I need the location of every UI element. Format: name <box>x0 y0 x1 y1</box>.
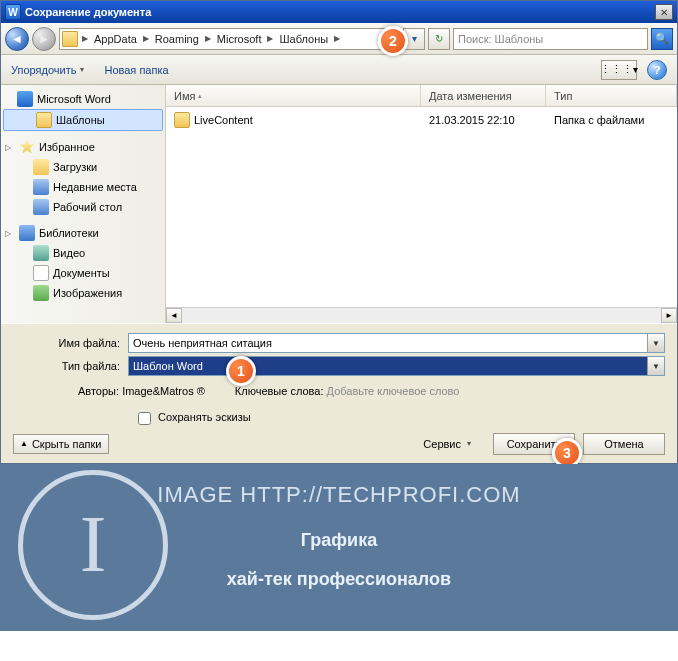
window-title: Сохранение документа <box>25 6 655 18</box>
folder-icon <box>62 31 78 47</box>
organize-button[interactable]: Упорядочить <box>11 64 84 76</box>
filename-value: Очень неприятная ситация <box>133 337 272 349</box>
search-input[interactable]: Поиск: Шаблоны <box>453 28 648 50</box>
sidebar-item-videos[interactable]: Видео <box>1 243 165 263</box>
col-type[interactable]: Тип <box>546 85 677 106</box>
help-button[interactable]: ? <box>647 60 667 80</box>
horizontal-scrollbar[interactable]: ◄ ► <box>166 307 677 323</box>
sidebar-item-label: Изображения <box>53 287 122 299</box>
sidebar-item-label: Видео <box>53 247 85 259</box>
dropdown-icon[interactable]: ▼ <box>647 357 664 375</box>
search-placeholder: Поиск: Шаблоны <box>458 33 543 45</box>
file-date: 21.03.2015 22:10 <box>429 114 515 126</box>
toolbar: Упорядочить Новая папка ⋮⋮⋮ ▾ ? <box>1 55 677 85</box>
filename-label: Имя файла: <box>13 337 128 349</box>
filetype-value: Шаблон Word <box>133 360 203 372</box>
chevron-right-icon[interactable]: ▶ <box>332 34 342 43</box>
cancel-button-label: Отмена <box>604 438 643 450</box>
libraries-icon <box>19 225 35 241</box>
expander-icon[interactable]: ▷ <box>5 143 15 152</box>
keywords-hint[interactable]: Добавьте ключевое слово <box>327 385 460 397</box>
breadcrumb-item[interactable]: Шаблоны <box>277 33 330 45</box>
view-options-button[interactable]: ⋮⋮⋮ ▾ <box>601 60 637 80</box>
hide-folders-label: Скрыть папки <box>32 438 102 450</box>
sidebar-item-label: Загрузки <box>53 161 97 173</box>
file-rows[interactable]: LiveContent 21.03.2015 22:10 Папка с фай… <box>166 107 677 307</box>
chevron-right-icon[interactable]: ▶ <box>141 34 151 43</box>
scroll-left-icon[interactable]: ◄ <box>166 308 182 323</box>
watermark-letter: I <box>80 499 107 590</box>
sidebar-item-downloads[interactable]: Загрузки <box>1 157 165 177</box>
column-headers: Имя ▴ Дата изменения Тип <box>166 85 677 107</box>
authors-value[interactable]: Image&Matros ® <box>122 385 205 397</box>
desktop-icon <box>33 199 49 215</box>
keywords-label: Ключевые слова: <box>235 385 324 397</box>
chevron-right-icon[interactable]: ▶ <box>203 34 213 43</box>
sidebar-item-label: Документы <box>53 267 110 279</box>
search-go-button[interactable]: 🔍 <box>651 28 673 50</box>
sidebar-item-label: Шаблоны <box>56 114 105 126</box>
sidebar-item-favorites[interactable]: ▷ Избранное <box>1 137 165 157</box>
chevron-right-icon[interactable]: ▶ <box>80 34 90 43</box>
sidebar-item-documents[interactable]: Документы <box>1 263 165 283</box>
scroll-right-icon[interactable]: ► <box>661 308 677 323</box>
star-icon <box>19 139 35 155</box>
sidebar-item-images[interactable]: Изображения <box>1 283 165 303</box>
forward-button[interactable]: ► <box>32 27 56 51</box>
filetype-select[interactable]: Шаблон Word ▼ <box>128 356 665 376</box>
col-label: Тип <box>554 90 572 102</box>
address-bar[interactable]: ▶ AppData ▶ Roaming ▶ Microsoft ▶ Шаблон… <box>59 28 400 50</box>
folder-icon <box>36 112 52 128</box>
breadcrumb-item[interactable]: Microsoft <box>215 33 264 45</box>
documents-icon <box>33 265 49 281</box>
sidebar-item-label: Рабочий стол <box>53 201 122 213</box>
sidebar-item-label: Библиотеки <box>39 227 99 239</box>
sidebar-item-label: Microsoft Word <box>37 93 111 105</box>
back-button[interactable]: ◄ <box>5 27 29 51</box>
file-list: Имя ▴ Дата изменения Тип LiveContent <box>166 85 677 323</box>
file-row[interactable]: LiveContent 21.03.2015 22:10 Папка с фай… <box>166 107 677 133</box>
save-thumbnail-label: Сохранять эскизы <box>158 411 251 423</box>
col-date[interactable]: Дата изменения <box>421 85 546 106</box>
sidebar-item-recent[interactable]: Недавние места <box>1 177 165 197</box>
tools-label: Сервис <box>423 438 461 450</box>
titlebar: W Сохранение документа ✕ <box>1 1 677 23</box>
navigation-pane: Microsoft Word Шаблоны ▷ Избранное Загру… <box>1 85 166 323</box>
sidebar-item-libraries[interactable]: ▷ Библиотеки <box>1 223 165 243</box>
breadcrumb-item[interactable]: Roaming <box>153 33 201 45</box>
chevron-right-icon[interactable]: ▶ <box>265 34 275 43</box>
col-label: Дата изменения <box>429 90 512 102</box>
folder-icon <box>174 112 190 128</box>
expander-icon[interactable]: ▷ <box>5 229 15 238</box>
col-name[interactable]: Имя ▴ <box>166 85 421 106</box>
navigation-bar: ◄ ► ▶ AppData ▶ Roaming ▶ Microsoft ▶ Ша… <box>1 23 677 55</box>
file-name: LiveContent <box>194 114 253 126</box>
watermark-logo: I <box>18 470 168 620</box>
recent-places-icon <box>33 179 49 195</box>
images-icon <box>33 285 49 301</box>
filename-input[interactable]: Очень неприятная ситация ▼ <box>128 333 665 353</box>
sidebar-item-word[interactable]: Microsoft Word <box>1 89 165 109</box>
filetype-label: Тип файла: <box>13 360 128 372</box>
cancel-button[interactable]: Отмена <box>583 433 665 455</box>
watermark-footer: I IMAGE HTTP://TECHPROFI.COM Графика хай… <box>0 464 678 631</box>
authors-label: Авторы: <box>78 385 119 397</box>
close-button[interactable]: ✕ <box>655 4 673 20</box>
videos-icon <box>33 245 49 261</box>
hide-folders-button[interactable]: ▲ Скрыть папки <box>13 434 109 454</box>
sidebar-item-label: Недавние места <box>53 181 137 193</box>
sidebar-item-desktop[interactable]: Рабочий стол <box>1 197 165 217</box>
save-dialog: W Сохранение документа ✕ ◄ ► ▶ AppData ▶… <box>0 0 678 464</box>
content-area: Microsoft Word Шаблоны ▷ Избранное Загру… <box>1 85 677 323</box>
marker-2: 2 <box>378 26 408 56</box>
save-thumbnail-checkbox[interactable] <box>138 412 151 425</box>
new-folder-button[interactable]: Новая папка <box>104 64 168 76</box>
refresh-button[interactable]: ↻ <box>428 28 450 50</box>
dropdown-icon[interactable]: ▼ <box>647 334 664 352</box>
sidebar-item-templates[interactable]: Шаблоны <box>3 109 163 131</box>
marker-1: 1 <box>226 356 256 386</box>
tools-button[interactable]: Сервис <box>423 438 471 450</box>
file-type: Папка с файлами <box>554 114 644 126</box>
breadcrumb-item[interactable]: AppData <box>92 33 139 45</box>
word-icon <box>17 91 33 107</box>
